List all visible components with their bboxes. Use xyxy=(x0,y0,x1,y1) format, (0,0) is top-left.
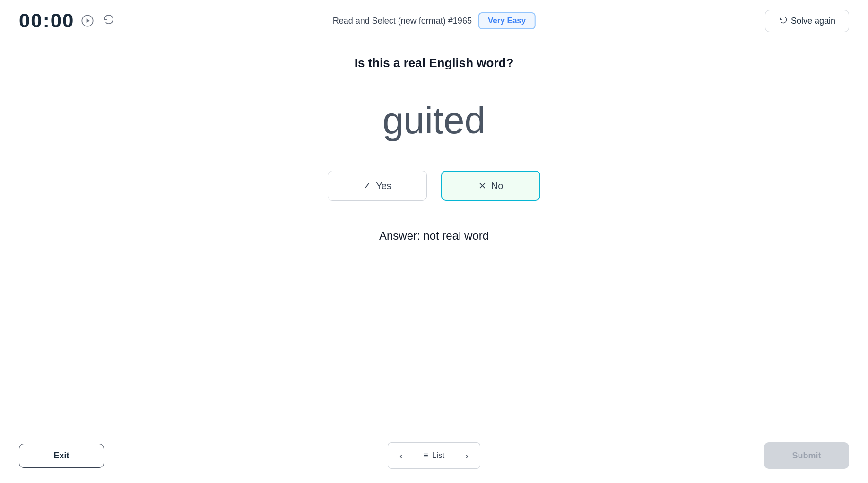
list-lines-icon: ≡ xyxy=(424,451,428,460)
difficulty-badge: Very Easy xyxy=(478,12,535,29)
footer: Exit ‹ ≡ List › Submit xyxy=(0,442,868,469)
reset-timer-button[interactable] xyxy=(101,13,116,28)
timer-section: 00:00 xyxy=(19,9,116,32)
question-text: Is this a real English word? xyxy=(355,56,514,70)
refresh-timer-icon xyxy=(103,15,114,26)
navigation-section: ‹ ≡ List › xyxy=(388,442,480,469)
cross-icon: ✕ xyxy=(478,180,486,191)
no-option-button[interactable]: ✕ No xyxy=(441,171,540,201)
answer-options: ✓ Yes ✕ No xyxy=(328,171,540,201)
timer-display: 00:00 xyxy=(19,9,74,32)
main-content: Is this a real English word? guited ✓ Ye… xyxy=(0,42,868,261)
exit-button[interactable]: Exit xyxy=(19,444,104,468)
previous-button[interactable]: ‹ xyxy=(388,442,414,469)
word-display: guited xyxy=(382,99,486,142)
header: 00:00 Read and Select (new format) #1965… xyxy=(0,0,868,42)
check-icon: ✓ xyxy=(363,180,371,191)
chevron-left-icon: ‹ xyxy=(399,450,403,461)
list-button[interactable]: ≡ List xyxy=(414,442,454,469)
chevron-right-icon: › xyxy=(465,450,469,461)
play-circle-icon xyxy=(81,14,94,27)
center-header: Read and Select (new format) #1965 Very … xyxy=(333,12,536,29)
next-button[interactable]: › xyxy=(454,442,480,469)
section-divider xyxy=(0,426,868,426)
submit-button[interactable]: Submit xyxy=(764,442,849,469)
svg-marker-1 xyxy=(87,18,90,23)
play-button[interactable] xyxy=(80,13,95,28)
answer-result: Answer: not real word xyxy=(379,229,489,242)
solve-again-button[interactable]: Solve again xyxy=(765,10,849,32)
yes-option-button[interactable]: ✓ Yes xyxy=(328,171,427,201)
puzzle-title: Read and Select (new format) #1965 xyxy=(333,16,472,26)
refresh-solve-icon xyxy=(779,17,787,25)
